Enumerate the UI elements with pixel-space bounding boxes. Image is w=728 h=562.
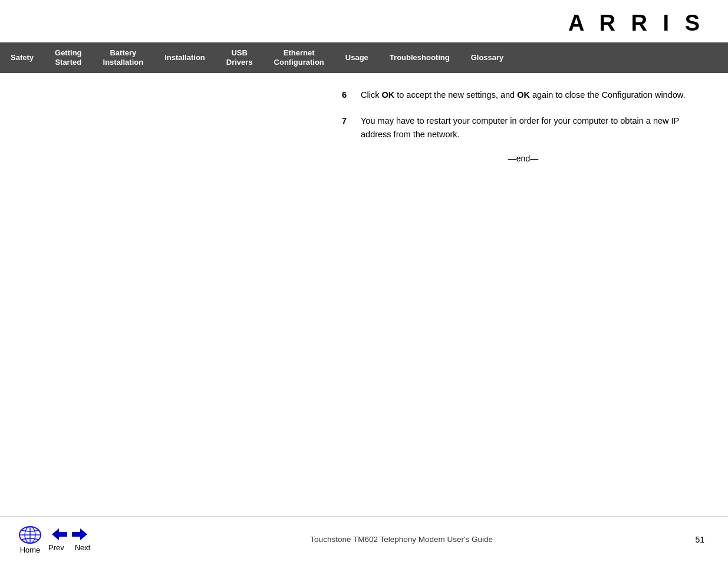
nav-item-glossary[interactable]: Glossary	[460, 42, 515, 73]
end-marker: —end—	[342, 154, 704, 163]
svg-marker-5	[72, 528, 87, 540]
nav-item-ethernet-configuration[interactable]: Ethernet Configuration	[263, 42, 335, 73]
step-7-text: You may have to restart your computer in…	[361, 114, 704, 141]
main-content: 6 Click OK to accept the new settings, a…	[0, 77, 728, 515]
nav-item-troubleshooting[interactable]: Troubleshooting	[379, 42, 460, 73]
nav-item-safety[interactable]: Safety	[0, 42, 44, 73]
next-label: Next	[75, 543, 91, 552]
next-arrow-icon[interactable]	[71, 527, 88, 542]
nav-item-battery-installation[interactable]: Battery Installation	[93, 42, 154, 73]
nav-item-usage[interactable]: Usage	[335, 42, 379, 73]
prev-label: Prev	[48, 543, 64, 552]
step-6-text: Click OK to accept the new settings, and…	[361, 88, 704, 101]
svg-marker-4	[52, 528, 67, 540]
home-icon[interactable]	[18, 524, 42, 546]
home-label: Home	[20, 546, 41, 554]
footer-center-text: Touchstone TM602 Telephony Modem User's …	[93, 535, 710, 544]
nav-item-usb-drivers[interactable]: USB Drivers	[216, 42, 263, 73]
step-7-number: 7	[342, 114, 356, 127]
step-6-number: 6	[342, 88, 356, 101]
footer-page-number: 51	[695, 535, 704, 544]
step-list: 6 Click OK to accept the new settings, a…	[342, 88, 704, 141]
footer: Home Prev Next Touchstone TM602 Telephon…	[0, 516, 728, 562]
nav-item-installation[interactable]: Installation	[154, 42, 216, 73]
navbar: Safety Getting Started Battery Installat…	[0, 42, 728, 73]
step-6: 6 Click OK to accept the new settings, a…	[342, 88, 704, 101]
arris-logo: A R R I S	[568, 11, 704, 36]
step-7: 7 You may have to restart your computer …	[342, 114, 704, 141]
prev-arrow-icon[interactable]	[51, 527, 68, 542]
nav-item-getting-started[interactable]: Getting Started	[44, 42, 93, 73]
